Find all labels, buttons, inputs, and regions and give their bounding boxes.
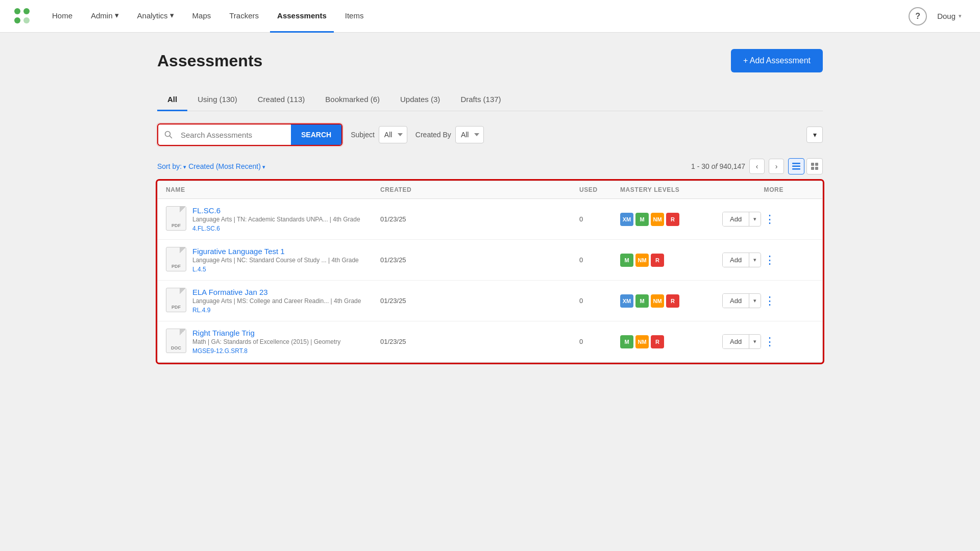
assessment-name-link[interactable]: FL.SC.6: [192, 206, 360, 215]
table-header: NAME CREATED USED MASTERY LEVELS MORE: [158, 181, 822, 199]
chevron-down-icon: ▾: [813, 131, 817, 139]
badge-r: R: [666, 294, 679, 308]
add-assessment-button[interactable]: + Add Assessment: [731, 49, 823, 72]
sort-value[interactable]: Created (Most Recent): [188, 162, 265, 170]
chevron-left-icon: ‹: [756, 162, 758, 170]
row-actions: Add ▾ ⋮: [722, 253, 783, 267]
more-options-button[interactable]: ⋮: [764, 254, 776, 267]
badge-m: M: [620, 335, 633, 348]
chevron-down-icon: ▾: [170, 11, 174, 20]
row-name-text: Figurative Language Test 1 Language Arts…: [192, 247, 359, 273]
assessment-name-link[interactable]: ELA Formative Jan 23: [192, 288, 361, 296]
row-actions: Add ▾ ⋮: [722, 334, 783, 349]
tabs-bar: All Using (130) Created (113) Bookmarked…: [157, 89, 823, 111]
mastery-badges: XM M NM R: [620, 294, 722, 308]
svg-point-0: [14, 8, 20, 14]
used-count: 0: [579, 256, 620, 264]
add-split-button[interactable]: Add ▾: [722, 253, 761, 267]
used-count: 0: [579, 215, 620, 223]
nav-item-admin[interactable]: Admin ▾: [84, 0, 126, 33]
subject-select[interactable]: All: [379, 126, 407, 143]
svg-point-2: [14, 17, 20, 23]
add-split-button[interactable]: Add ▾: [722, 334, 761, 349]
tab-created[interactable]: Created (113): [248, 89, 315, 111]
badge-nm: NM: [635, 335, 649, 348]
assessment-meta: Language Arts | TN: Academic Standards U…: [192, 216, 360, 223]
list-toolbar: Sort by: Created (Most Recent) 1 - 30 of…: [157, 158, 823, 174]
more-options-button[interactable]: ⋮: [764, 294, 776, 308]
badge-xm: XM: [620, 294, 633, 308]
assessment-code-link[interactable]: MGSE9-12.G.SRT.8: [192, 347, 248, 355]
row-name-cell: PDF FL.SC.6 Language Arts | TN: Academic…: [166, 206, 380, 232]
add-split-button[interactable]: Add ▾: [722, 293, 761, 308]
add-split-button[interactable]: Add ▾: [722, 212, 761, 227]
page-header: Assessments + Add Assessment: [157, 49, 823, 72]
table-row: PDF FL.SC.6 Language Arts | TN: Academic…: [158, 199, 822, 240]
table-row: PDF Figurative Language Test 1 Language …: [158, 240, 822, 281]
filters-expand-button[interactable]: ▾: [806, 127, 823, 143]
nav-item-maps[interactable]: Maps: [185, 0, 218, 33]
nav-item-analytics[interactable]: Analytics ▾: [130, 0, 181, 33]
add-label: Add: [723, 212, 749, 226]
svg-rect-6: [792, 163, 800, 164]
chevron-down-icon: ▾: [959, 13, 962, 19]
search-icon: [158, 126, 179, 144]
tab-bookmarked[interactable]: Bookmarked (6): [315, 89, 390, 111]
tab-using[interactable]: Using (130): [187, 89, 248, 111]
user-menu[interactable]: Doug ▾: [931, 8, 968, 24]
assessment-meta: Language Arts | MS: College and Career R…: [192, 297, 361, 305]
tab-updates[interactable]: Updates (3): [390, 89, 450, 111]
assessment-name-link[interactable]: Figurative Language Test 1: [192, 247, 359, 256]
row-name-cell: PDF Figurative Language Test 1 Language …: [166, 247, 380, 273]
list-view-button[interactable]: [788, 158, 804, 174]
badge-r: R: [666, 213, 679, 226]
tab-all[interactable]: All: [157, 89, 187, 111]
main-content: Assessments + Add Assessment All Using (…: [133, 33, 847, 379]
app-logo[interactable]: [12, 6, 33, 27]
used-count: 0: [579, 338, 620, 345]
search-button[interactable]: SEARCH: [291, 124, 341, 145]
used-count: 0: [579, 297, 620, 305]
nav-item-home[interactable]: Home: [45, 0, 80, 33]
subject-filter: Subject All: [351, 126, 407, 143]
more-options-button[interactable]: ⋮: [764, 335, 776, 348]
nav-item-trackers[interactable]: Trackers: [222, 0, 266, 33]
question-icon: ?: [915, 12, 920, 21]
col-header-used: USED: [579, 186, 620, 193]
badge-r: R: [651, 335, 664, 348]
svg-rect-7: [792, 166, 800, 167]
nav-item-assessments[interactable]: Assessments: [270, 0, 334, 33]
more-options-button[interactable]: ⋮: [764, 213, 776, 226]
view-toggle: [788, 158, 823, 174]
badge-m: M: [635, 213, 649, 226]
created-date: 01/23/25: [380, 297, 579, 305]
created-by-select[interactable]: All: [455, 126, 484, 143]
pagination-range: 1 - 30 of 940,147: [691, 162, 745, 170]
svg-rect-10: [815, 163, 818, 166]
subject-label: Subject: [351, 131, 375, 139]
grid-view-button[interactable]: [806, 158, 823, 174]
nav-label-assessments: Assessments: [277, 11, 327, 20]
assessment-name-link[interactable]: Right Triangle Trig: [192, 329, 340, 337]
chevron-down-icon: ▾: [749, 213, 761, 226]
assessment-code-link[interactable]: 4.FL.SC.6: [192, 225, 220, 232]
add-label: Add: [723, 335, 749, 348]
assessment-code-link[interactable]: L.4.5: [192, 266, 206, 273]
add-label: Add: [723, 253, 749, 267]
assessment-meta: Math | GA: Standards of Excellence (2015…: [192, 338, 340, 345]
row-actions: Add ▾ ⋮: [722, 212, 783, 227]
doc-type-icon: DOC: [166, 329, 186, 353]
assessment-code-link[interactable]: RL.4.9: [192, 307, 210, 314]
help-button[interactable]: ?: [909, 7, 927, 26]
next-page-button[interactable]: ›: [769, 159, 784, 174]
chevron-down-icon: ▾: [115, 11, 119, 20]
col-header-actions: [783, 186, 814, 193]
search-input[interactable]: [179, 126, 291, 144]
row-name-cell: DOC Right Triangle Trig Math | GA: Stand…: [166, 329, 380, 355]
nav-item-items[interactable]: Items: [338, 0, 371, 33]
mastery-badges: XM M NM R: [620, 213, 722, 226]
tab-drafts[interactable]: Drafts (137): [450, 89, 511, 111]
prev-page-button[interactable]: ‹: [749, 159, 765, 174]
svg-line-5: [170, 136, 172, 138]
nav-label-admin: Admin: [91, 11, 113, 20]
